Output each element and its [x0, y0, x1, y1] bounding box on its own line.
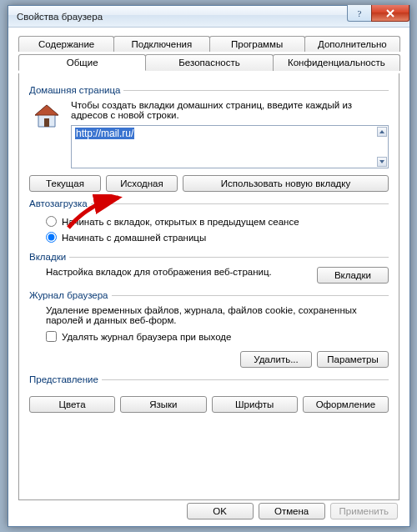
accessibility-button[interactable]: Оформление [303, 396, 389, 413]
startup-last-session-option[interactable]: Начинать с вкладок, открытых в предыдуще… [29, 213, 389, 229]
group-history: Журнал браузера Удаление временных файло… [29, 290, 389, 368]
scroll-up-button[interactable] [377, 127, 387, 137]
homepage-url-input[interactable]: http://mail.ru/ [71, 125, 389, 168]
group-tabs-legend: Вкладки [29, 252, 69, 262]
languages-button[interactable]: Языки [120, 396, 206, 413]
delete-history-button[interactable]: Удалить... [240, 351, 312, 368]
tab-panel-general: Домашняя страница Чтобы создать вкладки … [18, 73, 399, 500]
home-icon [29, 100, 64, 168]
use-newtab-button[interactable]: Использовать новую вкладку [183, 175, 389, 192]
ok-button[interactable]: OK [187, 503, 254, 519]
help-icon: ? [355, 8, 364, 18]
tabs-desc: Настройка вкладок для отображения веб-ст… [46, 267, 309, 277]
startup-home-radio[interactable] [46, 232, 57, 243]
group-tabs: Вкладки Настройка вкладок для отображени… [29, 252, 389, 284]
svg-text:?: ? [358, 8, 362, 18]
group-appearance-legend: Представление [29, 374, 102, 384]
tab-programs[interactable]: Программы [209, 36, 305, 52]
close-icon [385, 9, 395, 18]
chevron-down-icon [379, 160, 384, 163]
group-startup: Автозагрузка Начинать с вкладок, открыты… [29, 198, 389, 245]
homepage-url-value: http://mail.ru/ [75, 128, 134, 139]
titlebar: Свойства браузера ? [8, 6, 409, 28]
window-buttons: ? [348, 5, 409, 22]
apply-button[interactable]: Применить [330, 503, 398, 519]
tab-advanced[interactable]: Дополнительно [304, 36, 400, 52]
use-default-button[interactable]: Исходная [106, 175, 178, 192]
delete-on-exit-label: Удалять журнал браузера при выходе [62, 332, 231, 342]
history-settings-button[interactable]: Параметры [317, 351, 389, 368]
client-area: Содержание Подключения Программы Дополни… [8, 28, 409, 509]
window-title: Свойства браузера [17, 12, 103, 22]
help-button[interactable]: ? [347, 5, 372, 22]
delete-on-exit-checkbox[interactable] [46, 331, 57, 342]
startup-last-label: Начинать с вкладок, открытых в предыдуще… [62, 217, 299, 227]
group-startup-legend: Автозагрузка [29, 198, 91, 208]
homepage-hint: Чтобы создать вкладки домашних страниц, … [71, 100, 389, 120]
close-button[interactable] [371, 5, 409, 22]
history-desc: Удаление временных файлов, журнала, файл… [29, 305, 389, 329]
scroll-down-button[interactable] [377, 157, 387, 167]
tab-privacy[interactable]: Конфиденциальность [273, 54, 400, 71]
fonts-button[interactable]: Шрифты [212, 396, 298, 413]
group-appearance: Представление Цвета Языки Шрифты Оформле… [29, 374, 389, 413]
tab-content[interactable]: Содержание [18, 36, 114, 52]
startup-last-radio[interactable] [46, 216, 57, 227]
colors-button[interactable]: Цвета [29, 396, 115, 413]
svg-marker-2 [35, 105, 58, 115]
tabs-settings-button[interactable]: Вкладки [317, 267, 389, 284]
cancel-button[interactable]: Отмена [259, 503, 325, 519]
startup-home-label: Начинать с домашней страницы [62, 233, 206, 243]
dialog-window: Свойства браузера ? Содержание Подключен… [8, 5, 410, 527]
tab-strip: Содержание Подключения Программы Дополни… [18, 36, 399, 73]
tab-security[interactable]: Безопасность [145, 54, 273, 71]
group-homepage-legend: Домашняя страница [29, 85, 123, 95]
group-history-legend: Журнал браузера [29, 290, 112, 300]
startup-homepage-option[interactable]: Начинать с домашней страницы [29, 229, 389, 245]
dialog-footer: OK Отмена Применить [187, 503, 398, 519]
delete-on-exit-option[interactable]: Удалять журнал браузера при выходе [29, 329, 389, 344]
group-homepage: Домашняя страница Чтобы создать вкладки … [29, 85, 389, 192]
svg-rect-3 [44, 118, 49, 127]
tab-general[interactable]: Общие [18, 54, 146, 71]
chevron-up-icon [379, 130, 384, 133]
tab-connections[interactable]: Подключения [113, 36, 209, 52]
use-current-button[interactable]: Текущая [29, 175, 101, 192]
